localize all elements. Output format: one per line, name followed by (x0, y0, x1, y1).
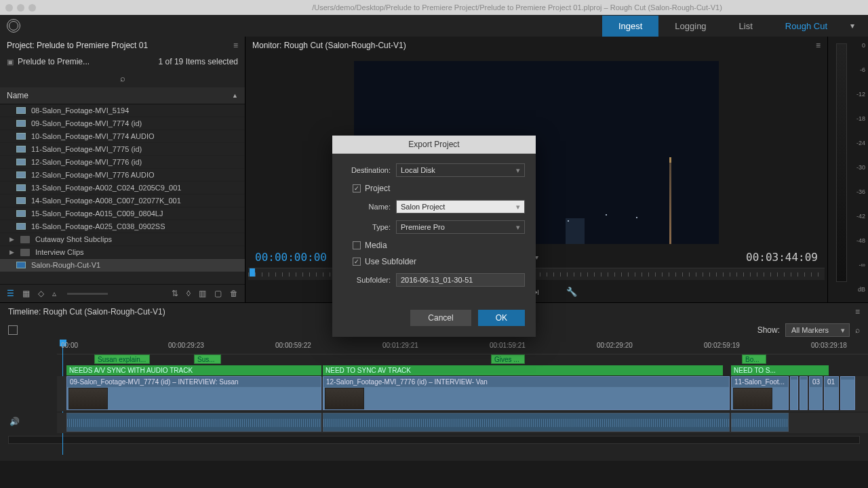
sync-marker[interactable]: NEED TO S... (731, 365, 829, 375)
traffic-minimize-icon[interactable] (17, 4, 24, 12)
find-icon[interactable]: ◊ (186, 289, 191, 298)
traffic-zoom-icon[interactable] (28, 4, 36, 12)
sync-marker[interactable]: NEEDS A/V SYNC WITH AUDIO TRACK (66, 365, 321, 375)
playhead-icon[interactable] (250, 268, 255, 277)
settings-icon[interactable]: 🔧 (566, 287, 577, 297)
trash-icon[interactable]: 🗑 (230, 289, 238, 298)
project-item[interactable]: 12-Salon_Footage-MVI_7776 AUDIO (0, 169, 245, 182)
new-folder-icon[interactable]: ▢ (214, 289, 222, 298)
panel-menu-icon[interactable]: ≡ (233, 41, 238, 50)
item-label: 11-Salon_Footage-MVI_7775 (id) (31, 145, 142, 153)
window-title: /Users/demo/Desktop/Prelude to Premiere … (172, 3, 863, 12)
meter-tick-label: 0 (862, 42, 865, 49)
search-icon[interactable]: ⌕ (120, 73, 125, 83)
project-item[interactable]: Salon-Rough-Cut-V1 (0, 259, 245, 272)
project-item-list: 08-Salon_Footage-MVI_519409-Salon_Footag… (0, 104, 245, 284)
project-item[interactable]: ▶Cutaway Shot Subclips (0, 233, 245, 246)
new-bin-icon[interactable]: ▥ (199, 289, 206, 298)
clip-icon (16, 184, 26, 191)
audio-track[interactable]: 🔊 (57, 413, 868, 433)
name-dropdown[interactable]: Salon Project (396, 200, 525, 214)
subfolder-checkbox[interactable]: ✓ (353, 258, 361, 266)
zoom-out-icon[interactable]: ▵ (52, 289, 56, 298)
video-clip[interactable] (840, 376, 855, 410)
project-item[interactable]: 14-Salon_Footage-A008_C007_02077K_001 (0, 195, 245, 207)
timeline-scrollbar[interactable] (8, 436, 860, 444)
ok-button[interactable]: OK (478, 310, 525, 326)
ruler-tick-label: 00:02:29:20 (597, 342, 633, 349)
video-clip[interactable]: 01 (824, 376, 839, 410)
timeline-marker[interactable]: Bo... (742, 354, 766, 364)
project-item[interactable]: 16-Salon_Footage-A025_C038_0902SS (0, 220, 245, 233)
cancel-button[interactable]: Cancel (410, 310, 471, 326)
subfolder-label: Subfolder: (343, 276, 391, 284)
project-checkbox[interactable]: ✓ (353, 184, 361, 192)
panel-menu-icon[interactable]: ≡ (816, 41, 821, 50)
marker-filter-dropdown[interactable]: All Markers (785, 323, 850, 337)
destination-dropdown[interactable]: Local Disk (396, 163, 525, 177)
project-item[interactable]: 12-Salon_Footage-MVI_7776 (id) (0, 156, 245, 169)
audio-clip[interactable] (731, 413, 789, 432)
video-clip[interactable]: 09-Salon_Footage-MVI_7774 (id) – INTERVI… (66, 376, 321, 410)
speaker-icon[interactable]: 🔊 (9, 417, 20, 426)
video-clip[interactable]: 11-Salon_Foot... (731, 376, 789, 410)
video-clip[interactable] (800, 376, 808, 410)
media-checkbox[interactable] (353, 241, 361, 249)
meter-tick-label: -30 (856, 164, 865, 171)
sort-icon[interactable]: ▲ (232, 92, 238, 99)
column-header-name[interactable]: Name (7, 91, 28, 100)
tab-ingest[interactable]: Ingest (602, 16, 658, 37)
breadcrumb[interactable]: Prelude to Premie... (18, 57, 90, 66)
name-label: Name: (343, 203, 391, 211)
sort-icon[interactable]: ⇅ (172, 289, 178, 298)
chevron-right-icon[interactable]: ▶ (9, 236, 15, 243)
toggle-track-visibility[interactable] (8, 325, 18, 335)
search-icon[interactable]: ⌕ (855, 325, 860, 335)
traffic-close-icon[interactable] (5, 4, 13, 12)
item-label: 15-Salon_Footage-A015_C009_0804LJ (31, 209, 163, 218)
subfolder-input[interactable]: 2016-06-13_01-30-51 (396, 273, 525, 287)
meter-tick-label: -∞ (859, 262, 865, 268)
ruler-tick-label: 00:02:59:19 (704, 342, 740, 349)
sync-marker[interactable]: NEED TO SYNC AV TRACK (323, 365, 723, 375)
type-dropdown[interactable]: Premiere Pro (396, 220, 525, 234)
timeline-ruler[interactable]: 00:0000:00:29:2300:00:59:2200:01:29:2100… (57, 340, 868, 354)
video-clip[interactable]: 12-Salon_Footage-MVI_7776 (id) – INTERVI… (323, 376, 730, 410)
project-item[interactable]: 11-Salon_Footage-MVI_7775 (id) (0, 143, 245, 156)
ruler-tick-label: 00:01:29:21 (382, 342, 418, 349)
project-item[interactable]: 08-Salon_Footage-MVI_5194 (0, 104, 245, 117)
item-label: 12-Salon_Footage-MVI_7776 (id) (31, 158, 142, 166)
list-view-icon[interactable]: ☰ (7, 289, 14, 298)
project-item[interactable]: 09-Salon_Footage-MVI_7774 (id) (0, 117, 245, 130)
tab-logging[interactable]: Logging (658, 16, 722, 37)
project-item[interactable]: 15-Salon_Footage-A015_C009_0804LJ (0, 207, 245, 220)
tab-rough-cut[interactable]: Rough Cut (769, 16, 844, 37)
tab-list[interactable]: List (723, 16, 769, 37)
video-clip[interactable] (790, 376, 798, 410)
audio-clip[interactable] (66, 413, 321, 432)
clip-icon (16, 120, 26, 127)
video-clip[interactable]: 03 (809, 376, 823, 410)
timeline-marker[interactable]: Gives ... (491, 354, 525, 364)
project-item[interactable]: ▶Interview Clips (0, 246, 245, 259)
video-track[interactable]: 09-Salon_Footage-MVI_7774 (id) – INTERVI… (57, 376, 868, 411)
audio-level-meter (836, 43, 847, 282)
chevron-right-icon[interactable]: ▶ (9, 249, 15, 256)
project-item[interactable]: 10-Salon_Footage-MVI_7774 AUDIO (0, 130, 245, 143)
thumbnail-view-icon[interactable]: ▦ (22, 289, 30, 298)
timecode-in[interactable]: 00:00:00:00 (255, 251, 327, 264)
panel-menu-icon[interactable]: ≡ (855, 307, 860, 317)
clip-icon (16, 223, 26, 230)
timeline-marker[interactable]: Sus... (194, 354, 221, 364)
project-item[interactable]: 13-Salon_Footage-A002_C024_0205C9_001 (0, 182, 245, 195)
audio-clip[interactable] (323, 413, 730, 432)
timeline-marker[interactable]: Susan explain... (94, 354, 150, 364)
sync-track[interactable]: NEEDS A/V SYNC WITH AUDIO TRACKNEED TO S… (57, 365, 868, 376)
workspace-menu-icon[interactable]: ▾ (844, 16, 861, 37)
auto-size-icon[interactable]: ◇ (38, 289, 44, 298)
item-label: Interview Clips (35, 248, 84, 256)
timecode-out[interactable]: 00:03:44:09 (746, 251, 818, 264)
creative-cloud-icon[interactable] (7, 19, 20, 33)
marker-track[interactable]: Susan explain...Sus...Gives ...Bo... (57, 354, 868, 365)
zoom-slider[interactable] (67, 293, 108, 295)
